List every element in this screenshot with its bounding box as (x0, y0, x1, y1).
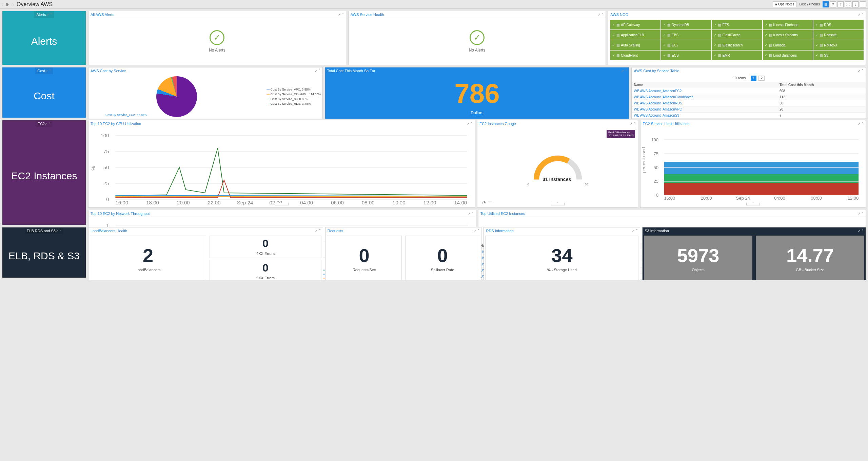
expand-icon[interactable]: ⤢ (473, 229, 476, 233)
expand-icon[interactable]: ⤢ (858, 122, 861, 125)
expand-icon[interactable]: ⤢ (46, 13, 49, 17)
menu-icon[interactable]: ˅ (862, 229, 864, 233)
metric-s3-objects[interactable]: 5973Objects (644, 236, 752, 280)
menu-icon[interactable]: ˅ (50, 13, 52, 17)
noc-item[interactable]: ✓▤EFS (712, 20, 762, 29)
ops-notes-button[interactable]: ■ Ops Notes (773, 1, 796, 7)
menu-icon[interactable]: ˅ (636, 229, 638, 233)
expand-icon[interactable]: ⤢ (621, 69, 624, 73)
expand-icon[interactable]: ⤢ (858, 69, 861, 73)
noc-item[interactable]: ✓▤CloudFront (610, 51, 660, 60)
cost-pie-chart[interactable] (156, 76, 197, 117)
expand-icon[interactable]: ⤢ (315, 229, 318, 233)
page-1[interactable]: 1 (751, 76, 757, 81)
col-header[interactable]: Name (632, 82, 777, 88)
table-row[interactable]: WB AWS Account_AmazonVPC28 (632, 106, 866, 113)
star-icon[interactable]: ☆ (11, 2, 15, 7)
noc-item[interactable]: ✓▤ElastiCache (712, 30, 762, 40)
menu-icon[interactable]: ˅ (49, 122, 51, 126)
noc-item[interactable]: ✓▤DynamoDB (661, 20, 711, 29)
metric-s3-size[interactable]: 14.77GB - Bucket Size (756, 236, 864, 280)
gauge-detail-icon[interactable]: ◔ (482, 200, 486, 205)
noc-item[interactable]: ✓▤ApplicationELB (610, 30, 660, 40)
expand-icon[interactable]: ⤢ (338, 13, 341, 16)
metric-5xx[interactable]: 05XX Errors (210, 260, 321, 280)
cpu-chart[interactable]: 1007550250 % 16:0018:0020:0022:00Sep 240… (90, 128, 473, 206)
table-row[interactable]: WB AWS Account_AmazonEC2608 (632, 88, 866, 94)
noc-item[interactable]: ✓▤EBS (661, 30, 711, 40)
metric-spillover[interactable]: 0Spillover Rate (405, 236, 480, 280)
expand-icon[interactable]: ⤢ (315, 69, 317, 73)
metric-requests-sec[interactable]: 0Requests/Sec (327, 236, 402, 280)
noc-item[interactable]: ✓▤Redshift (813, 30, 864, 40)
noc-item[interactable]: ✓▤Elasticsearch (712, 40, 762, 50)
chart-expand-tab[interactable]: ˅ (275, 203, 289, 205)
menu-icon[interactable]: ˅ (49, 69, 51, 73)
expand-icon[interactable]: ⤢ (56, 229, 58, 233)
share-icon[interactable]: ⤴ (837, 1, 844, 7)
more-icon[interactable]: ⋮ (852, 1, 859, 7)
svc-limit-chart[interactable]: 1007550250 percent used 16:0020:00Sep 24… (642, 128, 864, 206)
check-icon: ✓ (765, 54, 768, 57)
menu-icon[interactable]: ˅ (477, 229, 479, 233)
menu-icon[interactable]: ˅ (862, 69, 864, 73)
cost-link[interactable]: WB AWS Account_AmazonEC2 (634, 89, 682, 93)
chart-expand-tab[interactable]: ˅ (551, 203, 565, 205)
noc-item[interactable]: ✓▤EC2 (661, 40, 711, 50)
noc-item[interactable]: ✓▤Lambda (763, 40, 813, 50)
cost-link[interactable]: WB AWS Account_AmazonS3 (634, 114, 679, 117)
noc-item[interactable]: ✓▤RDS (813, 20, 864, 29)
noc-item[interactable]: ✓▤S3 (813, 51, 864, 60)
menu-icon[interactable]: ˅ (472, 212, 474, 215)
panel-svc-limit: EC2 Service Limit Utilization ⤢˅ 1007550… (640, 120, 866, 208)
menu-icon[interactable]: ˅ (625, 69, 627, 73)
noc-item[interactable]: ✓▤EMR (712, 51, 762, 60)
menu-icon[interactable]: ˅ (862, 212, 864, 215)
menu-icon[interactable]: ˅ (471, 122, 473, 125)
noc-item[interactable]: ✓▤Route53 (813, 40, 864, 50)
expand-icon[interactable]: ⤢ (467, 122, 470, 125)
menu-icon[interactable]: ˅ (634, 122, 636, 125)
gauge-trend-icon[interactable]: 〰 (488, 200, 492, 205)
chart-expand-tab[interactable]: ˅ (746, 203, 760, 205)
metric-loadbalancers[interactable]: 2LoadBalancers (90, 236, 206, 280)
noc-item[interactable]: ✓▤Load Balancers (763, 51, 813, 60)
menu-icon[interactable]: ˅ (319, 229, 321, 233)
metric-4xx[interactable]: 04XX Errors (210, 236, 321, 258)
fullscreen-icon[interactable]: ⛶ (845, 1, 851, 7)
menu-icon[interactable]: ˅ (862, 122, 864, 125)
collapse-icon[interactable]: ˅ (860, 1, 866, 7)
table-row[interactable]: WB AWS Account_AmazonS37 (632, 113, 866, 119)
cost-link[interactable]: WB AWS Account_AmazonVPC (634, 107, 682, 111)
noc-item[interactable]: ✓▤Kinesis Streams (763, 30, 813, 40)
noc-item[interactable]: ✓▤Auto Scaling (610, 40, 660, 50)
col-header[interactable]: Total Cost this Month (777, 82, 866, 88)
menu-icon[interactable]: ˅ (862, 13, 864, 16)
table-row[interactable]: WB AWS Account_AmazonCloudWatch112 (632, 94, 866, 100)
noc-item[interactable]: ✓▤Kinesis Firehose (763, 20, 813, 29)
table-row[interactable]: WB AWS Account_AmazonRDS30 (632, 100, 866, 106)
menu-icon[interactable]: ˅ (602, 13, 604, 16)
menu-icon[interactable]: ˅ (342, 13, 344, 16)
expand-icon[interactable]: ⤢ (630, 122, 633, 125)
expand-icon[interactable]: ⤢ (45, 122, 47, 126)
noc-item[interactable]: ✓▤ECS (661, 51, 711, 60)
metric-rds-storage[interactable]: 34% - Storage Used (485, 236, 638, 280)
menu-icon[interactable]: ˅ (319, 69, 320, 73)
cost-link[interactable]: WB AWS Account_AmazonRDS (634, 101, 682, 105)
page-2[interactable]: 2 (758, 76, 765, 81)
expand-icon[interactable]: ⤢ (858, 229, 861, 233)
noc-item[interactable]: ✓▤APIGateway (610, 20, 660, 29)
expand-icon[interactable]: ⤢ (468, 212, 471, 215)
expand-icon[interactable]: ⤢ (45, 69, 48, 73)
drawer-icon[interactable]: › (2, 2, 3, 7)
expand-icon[interactable]: ⤢ (598, 13, 600, 16)
menu-icon[interactable]: ˅ (60, 229, 61, 233)
time-range[interactable]: Last 24 hours (798, 2, 821, 6)
refresh-icon[interactable]: ⟳ (830, 1, 836, 7)
expand-icon[interactable]: ⤢ (632, 229, 635, 233)
expand-icon[interactable]: ⤢ (858, 212, 861, 215)
expand-icon[interactable]: ⤢ (858, 13, 861, 16)
view-grid-icon[interactable]: ▦ (823, 1, 829, 7)
cost-link[interactable]: WB AWS Account_AmazonCloudWatch (634, 95, 693, 99)
